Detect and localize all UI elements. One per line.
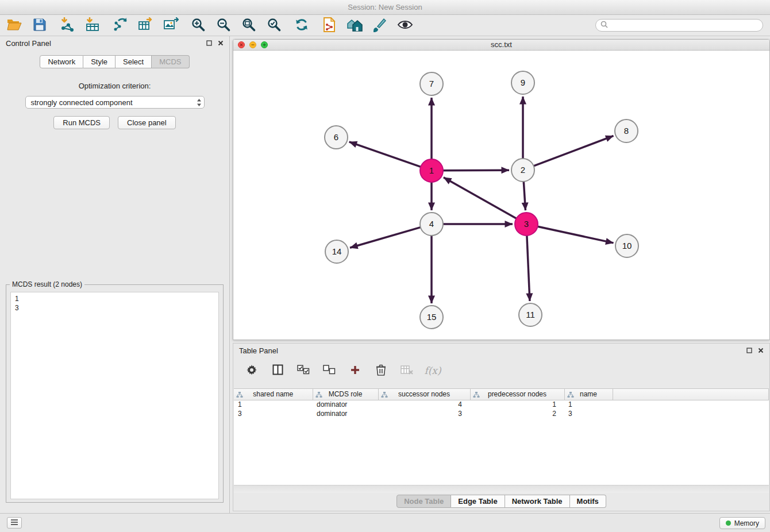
minimize-window-button[interactable] [249, 41, 256, 48]
graph-node-3[interactable]: 3 [515, 213, 538, 236]
tab-network-table[interactable]: Network Table [505, 495, 570, 508]
zoom-out-button[interactable] [215, 17, 232, 34]
table-cell[interactable]: 1 [564, 400, 613, 409]
table-cell[interactable]: 2 [470, 409, 564, 418]
table-cell[interactable]: dominator [313, 409, 378, 418]
graph-edge-2-8[interactable] [534, 136, 614, 165]
graph-node-2[interactable]: 2 [511, 159, 534, 182]
status-list-button[interactable] [7, 517, 22, 529]
export-image-button[interactable] [162, 17, 179, 34]
tab-style[interactable]: Style [83, 55, 116, 68]
column-label: MCDS role [329, 390, 363, 398]
table-cell[interactable]: 1 [234, 400, 313, 409]
table-cell[interactable]: 3 [234, 409, 313, 418]
graph-edge-3-1[interactable] [444, 178, 517, 218]
float-table-panel-icon[interactable] [746, 348, 752, 353]
open-session-button[interactable] [6, 17, 23, 34]
deselect-all-button[interactable] [321, 363, 337, 379]
table-cell[interactable]: 3 [378, 409, 470, 418]
column-header-name[interactable]: name [564, 389, 613, 400]
network-canvas[interactable]: 7968124314101511 [233, 51, 769, 340]
table-row[interactable]: 3dominator323 [234, 409, 769, 418]
graph-edge-4-14[interactable] [350, 228, 421, 248]
export-network-button[interactable] [111, 17, 129, 34]
table-settings-button[interactable] [244, 363, 260, 379]
graph-node-10[interactable]: 10 [615, 234, 638, 257]
float-panel-icon[interactable] [206, 40, 212, 46]
graph-edge-1-6[interactable] [349, 142, 421, 167]
export-image-icon [163, 17, 179, 34]
select-all-button[interactable] [295, 363, 311, 379]
graph-node-4[interactable]: 4 [420, 213, 443, 236]
delete-column-button[interactable] [399, 363, 415, 379]
sort-icon [567, 391, 574, 400]
close-panel-icon[interactable] [218, 40, 224, 46]
close-table-panel-icon[interactable] [758, 348, 764, 353]
graph-edge-2-3[interactable] [523, 182, 525, 210]
graph-node-7[interactable]: 7 [420, 72, 443, 95]
graph-node-6[interactable]: 6 [325, 126, 348, 149]
memory-status-dot [726, 521, 731, 526]
graph-node-1[interactable]: 1 [420, 159, 443, 182]
tab-select[interactable]: Select [116, 55, 152, 68]
graph-edge-3-11[interactable] [527, 236, 530, 301]
table-cell[interactable]: 4 [378, 400, 470, 409]
graph-node-15[interactable]: 15 [420, 306, 443, 329]
view-group [321, 17, 414, 34]
graph-node-14[interactable]: 14 [325, 240, 348, 263]
column-header-successor-nodes[interactable]: successor nodes [378, 389, 470, 400]
apply-style-button[interactable] [371, 17, 388, 34]
criterion-dropdown[interactable]: strongly connected component [25, 96, 205, 109]
graph-node-9[interactable]: 9 [511, 71, 534, 94]
horizontal-scrollbar[interactable] [234, 485, 769, 493]
refresh-layout-button[interactable] [293, 17, 310, 34]
function-builder-button[interactable]: f(x) [425, 363, 441, 379]
zoom-in-icon [191, 17, 206, 34]
close-panel-button[interactable]: Close panel [118, 116, 176, 129]
graph-edge-3-10[interactable] [538, 226, 614, 243]
zoom-window-button[interactable] [261, 41, 268, 48]
table-cell[interactable]: dominator [313, 400, 378, 409]
tab-motifs[interactable]: Motifs [570, 495, 606, 508]
zoom-selected-button[interactable] [265, 17, 283, 34]
run-mcds-button[interactable]: Run MCDS [53, 116, 110, 129]
table-tabs: Node Table Edge Table Network Table Moti… [233, 495, 769, 508]
mcds-result-item[interactable]: 1 [15, 294, 218, 303]
tab-edge-table[interactable]: Edge Table [451, 495, 505, 508]
table-cell[interactable]: 3 [564, 409, 613, 418]
mcds-result-item[interactable]: 3 [15, 303, 218, 313]
mcds-result-list[interactable]: 13 [10, 292, 219, 499]
show-graphics-details-button[interactable] [396, 17, 414, 34]
search-input[interactable] [611, 21, 758, 29]
refresh-group [293, 17, 310, 34]
optimization-criterion-label: Optimization criterion: [0, 82, 229, 90]
tab-network[interactable]: Network [40, 55, 83, 68]
table-cell[interactable]: 1 [470, 400, 564, 409]
column-header-mcds-role[interactable]: MCDS role [313, 389, 378, 400]
home-button[interactable] [346, 17, 363, 34]
add-row-button[interactable] [347, 363, 363, 379]
import-table-button[interactable] [84, 17, 101, 34]
memory-button[interactable]: Memory [719, 517, 765, 529]
graph-node-8[interactable]: 8 [615, 119, 638, 142]
network-window-titlebar: scc.txt [233, 40, 769, 51]
tab-node-table[interactable]: Node Table [396, 495, 451, 508]
zoom-fit-button[interactable] [240, 17, 257, 34]
zoom-in-button[interactable] [190, 17, 207, 34]
traffic-lights [238, 41, 268, 48]
search-field [595, 19, 763, 32]
column-header-shared-name[interactable]: shared name [234, 389, 313, 400]
graph-edge-1-2[interactable] [443, 170, 509, 171]
network-from-selection-button[interactable] [321, 17, 338, 34]
export-table-button[interactable] [137, 17, 154, 34]
close-window-button[interactable] [238, 41, 245, 48]
column-header-predecessor-nodes[interactable]: predecessor nodes [470, 389, 564, 400]
import-network-button[interactable] [59, 17, 76, 34]
tab-mcds[interactable]: MCDS [152, 55, 189, 68]
show-columns-button[interactable] [270, 363, 286, 379]
graph-node-11[interactable]: 11 [519, 303, 542, 326]
zoom-fit-icon [241, 17, 256, 34]
table-row[interactable]: 1dominator411 [234, 400, 769, 409]
delete-row-button[interactable] [373, 363, 389, 379]
save-session-button[interactable] [31, 17, 48, 34]
